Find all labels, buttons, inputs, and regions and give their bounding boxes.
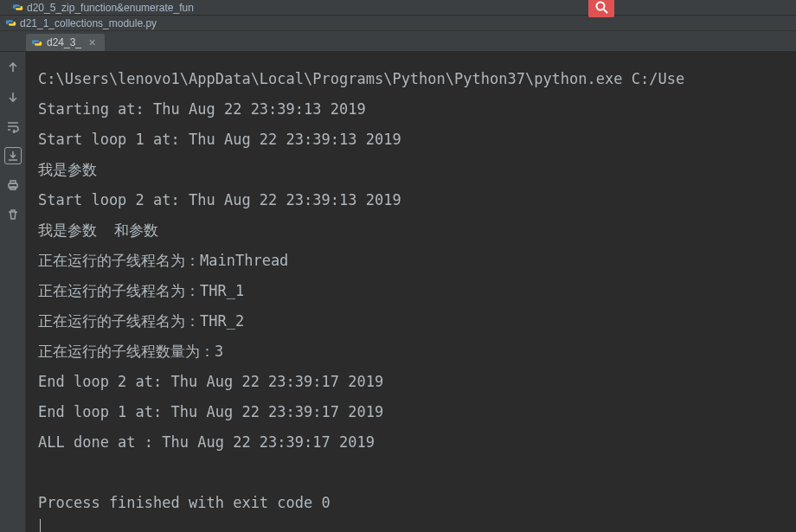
editor-tab-d21-1[interactable]: d21_1_collections_module.py xyxy=(5,17,157,29)
wrap-icon xyxy=(6,119,20,133)
arrow-down-icon xyxy=(6,90,20,104)
arrow-up-icon xyxy=(6,61,20,74)
scroll-to-bottom-button[interactable] xyxy=(4,88,22,106)
python-icon xyxy=(12,2,23,13)
run-tab-d24-3[interactable]: d24_3_ ✕ xyxy=(26,34,105,51)
svg-line-1 xyxy=(604,10,607,13)
search-button[interactable] xyxy=(588,0,614,17)
trash-icon xyxy=(6,208,20,221)
close-icon[interactable]: ✕ xyxy=(88,37,96,48)
python-icon xyxy=(31,37,42,48)
print-icon xyxy=(6,178,20,192)
run-tab-label: d24_3_ xyxy=(47,36,81,48)
console-output: C:\Users\lenovo1\AppData\Local\Programs\… xyxy=(38,64,796,518)
editor-tab-d20-5[interactable]: d20_5_zip_function&enumerate_fun xyxy=(5,0,201,15)
svg-point-0 xyxy=(597,3,605,10)
editor-tabs-row-2: d21_1_collections_module.py xyxy=(0,16,796,31)
print-button[interactable] xyxy=(4,176,22,194)
editor-tabs-row-1: d20_5_zip_function&enumerate_fun xyxy=(0,0,796,16)
soft-wrap-button[interactable] xyxy=(4,118,22,135)
clear-button[interactable] xyxy=(4,206,22,223)
editor-tab-label: d20_5_zip_function&enumerate_fun xyxy=(27,2,194,14)
search-icon xyxy=(594,0,608,14)
svg-rect-3 xyxy=(10,181,16,183)
run-tabs-strip: d24_3_ ✕ xyxy=(0,31,796,52)
run-console[interactable]: C:\Users\lenovo1\AppData\Local\Programs\… xyxy=(26,52,796,532)
run-tool-gutter xyxy=(0,52,26,532)
python-icon xyxy=(5,17,16,29)
download-icon xyxy=(6,149,20,163)
editor-tab-label: d21_1_collections_module.py xyxy=(20,17,157,29)
text-caret xyxy=(40,519,41,532)
scroll-to-end-button[interactable] xyxy=(4,147,22,164)
scroll-to-top-button[interactable] xyxy=(4,59,22,76)
